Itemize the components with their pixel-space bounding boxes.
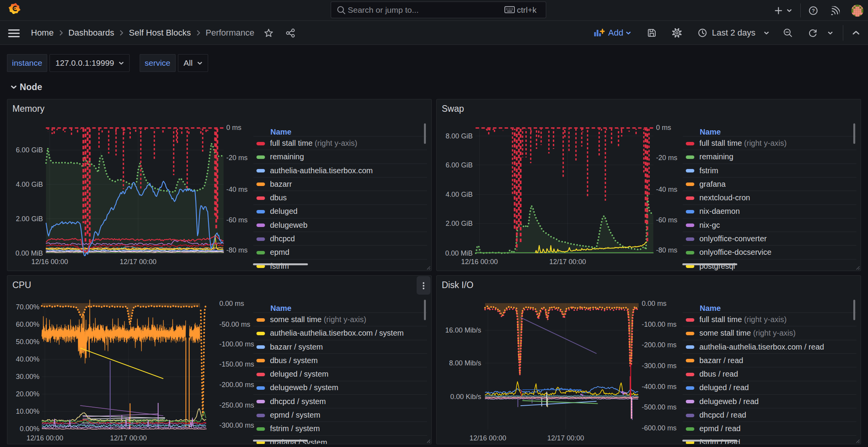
svg-text:-150.00 ms: -150.00 ms — [219, 360, 254, 368]
svg-text:12/17 00:00: 12/17 00:00 — [549, 258, 586, 266]
svg-text:12/17 00:00: 12/17 00:00 — [110, 434, 147, 442]
svg-text:-500.00 ms: -500.00 ms — [642, 403, 677, 411]
svg-text:10.00%: 10.00% — [16, 408, 39, 415]
svg-text:6.00 GiB: 6.00 GiB — [16, 146, 43, 154]
svg-text:40.00%: 40.00% — [16, 355, 39, 363]
svg-text:12/17 00:00: 12/17 00:00 — [547, 434, 584, 442]
svg-text:-40 ms: -40 ms — [226, 186, 248, 193]
svg-text:6.00 GiB: 6.00 GiB — [446, 161, 473, 169]
svg-text:-100.00 ms: -100.00 ms — [219, 340, 254, 348]
svg-text:-300.00 ms: -300.00 ms — [219, 421, 254, 429]
svg-text:2.00 GiB: 2.00 GiB — [446, 220, 473, 227]
svg-text:8.00 GiB: 8.00 GiB — [446, 132, 473, 140]
svg-text:70.00%: 70.00% — [16, 303, 39, 311]
svg-text:-300.00 ms: -300.00 ms — [642, 362, 677, 370]
svg-text:0.00 MiB: 0.00 MiB — [445, 249, 473, 257]
svg-text:60.00%: 60.00% — [16, 321, 39, 328]
svg-text:30.00%: 30.00% — [16, 373, 39, 380]
svg-text:-60 ms: -60 ms — [656, 216, 677, 224]
svg-text:12/16 00:00: 12/16 00:00 — [461, 258, 498, 266]
svg-text:-600.00 ms: -600.00 ms — [642, 424, 677, 432]
svg-text:-100.00 ms: -100.00 ms — [642, 321, 677, 328]
svg-text:-20 ms: -20 ms — [226, 154, 248, 162]
svg-text:50.00%: 50.00% — [16, 338, 39, 346]
svg-text:12/16 00:00: 12/16 00:00 — [470, 434, 506, 442]
svg-text:16.00 Mib/s: 16.00 Mib/s — [445, 326, 481, 334]
svg-text:-200.00 ms: -200.00 ms — [219, 381, 254, 389]
svg-text:-20 ms: -20 ms — [656, 154, 677, 162]
svg-text:-50.00 ms: -50.00 ms — [219, 321, 250, 328]
svg-text:12/17 00:00: 12/17 00:00 — [120, 258, 156, 266]
svg-text:12/16 00:00: 12/16 00:00 — [26, 434, 63, 442]
svg-text:0 ms: 0 ms — [656, 124, 671, 131]
svg-text:0 ms: 0 ms — [226, 124, 241, 131]
svg-text:-80 ms: -80 ms — [226, 246, 248, 254]
svg-text:8.00 Mib/s: 8.00 Mib/s — [449, 359, 481, 367]
svg-text:-200.00 ms: -200.00 ms — [642, 341, 677, 349]
svg-text:?: ? — [812, 8, 815, 14]
svg-text:-250.00 ms: -250.00 ms — [219, 401, 254, 409]
svg-text:-40 ms: -40 ms — [656, 186, 677, 193]
svg-text:20.00%: 20.00% — [16, 390, 39, 398]
svg-text:12/16 00:00: 12/16 00:00 — [31, 258, 68, 266]
svg-text:0.00 ms: 0.00 ms — [642, 300, 666, 307]
svg-text:0.00 Kib/s: 0.00 Kib/s — [450, 393, 481, 401]
svg-text:0.00 ms: 0.00 ms — [219, 300, 244, 307]
svg-text:-80 ms: -80 ms — [656, 246, 677, 254]
svg-text:4.00 GiB: 4.00 GiB — [446, 191, 473, 198]
svg-text:-60 ms: -60 ms — [226, 216, 248, 224]
svg-text:-400.00 ms: -400.00 ms — [642, 383, 677, 391]
svg-text:2.00 GiB: 2.00 GiB — [16, 215, 43, 223]
svg-text:4.00 GiB: 4.00 GiB — [16, 181, 43, 188]
svg-text:0.00 MiB: 0.00 MiB — [15, 249, 43, 257]
svg-text:0.00%: 0.00% — [20, 425, 39, 433]
